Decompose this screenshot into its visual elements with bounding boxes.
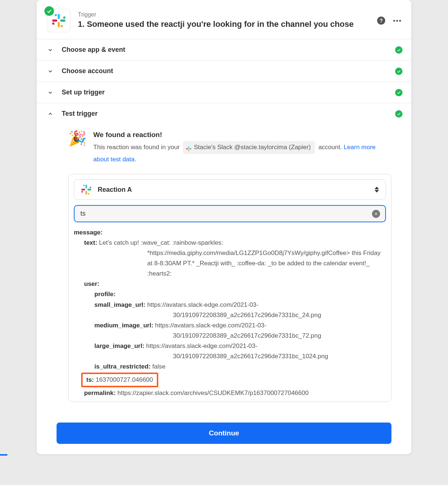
data-value: https://zapier.slack.com/archives/CSUDKE…: [118, 389, 309, 396]
chevron-up-icon: [47, 111, 54, 117]
chevron-down-icon: [47, 47, 54, 53]
trigger-card: Trigger 1. Someone used the reactji you'…: [37, 0, 411, 454]
svg-rect-18: [87, 189, 91, 191]
sort-icon: [375, 187, 379, 193]
trigger-header: Trigger 1. Someone used the reactji you'…: [37, 0, 411, 39]
svg-point-19: [90, 187, 91, 188]
data-value: https://avatars.slack-edge.com/2021-03-3…: [146, 342, 328, 360]
clear-icon[interactable]: [372, 210, 380, 218]
app-icon: [47, 9, 71, 32]
svg-rect-15: [186, 148, 188, 149]
svg-point-17: [83, 185, 85, 187]
data-value: https://avatars.slack-edge.com/2021-03-3…: [147, 301, 321, 319]
trigger-title: 1. Someone used the reactji you're looki…: [78, 19, 373, 30]
svg-point-21: [88, 193, 90, 195]
ts-highlight: ts: 1637000727.046600: [81, 373, 158, 387]
found-desc-prefix: This reaction was found in your: [93, 144, 180, 151]
check-icon: [395, 68, 402, 75]
step-setup-trigger[interactable]: Set up trigger: [37, 82, 411, 103]
svg-rect-20: [86, 191, 87, 195]
step-test-trigger[interactable]: Test trigger: [37, 103, 411, 124]
data-key: profile:: [94, 291, 116, 298]
data-value: Let's catch up! :wave_cat: :rainbow-spar…: [99, 239, 381, 277]
data-value: https://avatars.slack-edge.com/2021-03-3…: [155, 322, 321, 339]
svg-rect-5: [64, 17, 65, 18]
search-input[interactable]: [80, 209, 372, 218]
svg-rect-9: [52, 19, 57, 22]
step-choose-app[interactable]: Choose app & event: [37, 39, 411, 60]
step-choose-account[interactable]: Choose account: [37, 60, 411, 82]
step-title: Choose account: [62, 67, 113, 75]
svg-rect-14: [188, 150, 189, 152]
data-key: text:: [84, 239, 97, 246]
found-heading: We found a reaction!: [93, 131, 391, 139]
svg-point-23: [82, 191, 83, 193]
chevron-down-icon: [47, 68, 54, 74]
slack-icon: [81, 184, 92, 195]
data-key: medium_image_url:: [94, 322, 153, 329]
found-desc-suffix-1: account.: [318, 144, 342, 151]
sample-select[interactable]: Reaction A: [74, 179, 386, 200]
search-row: [74, 205, 386, 222]
step-title: Test trigger: [62, 110, 98, 118]
found-description: This reaction was found in your Stacie's…: [93, 141, 391, 165]
svg-rect-6: [58, 22, 60, 27]
slack-icon: [51, 13, 66, 28]
svg-rect-3: [60, 19, 65, 22]
account-tag[interactable]: Stacie's Slack @stacie.taylorcima (Zapie…: [183, 141, 315, 154]
svg-rect-0: [58, 14, 60, 19]
data-key: permalink:: [84, 389, 116, 396]
found-row: 🎉 We found a reaction! This reaction was…: [68, 131, 391, 165]
step-title: Choose app & event: [62, 46, 125, 54]
svg-rect-11: [53, 24, 54, 25]
sample-panel: Reaction A message: text: Let's catch up…: [68, 174, 391, 402]
help-icon[interactable]: ?: [377, 17, 385, 25]
svg-rect-13: [189, 148, 192, 149]
data-value: false: [152, 363, 166, 370]
bottom-accent: [0, 454, 7, 456]
svg-rect-12: [188, 146, 189, 148]
data-key: message:: [74, 229, 102, 236]
account-tag-label: Stacie's Slack @stacie.taylorcima (Zapie…: [194, 142, 311, 153]
svg-rect-16: [86, 185, 87, 189]
party-icon: 🎉: [68, 131, 87, 146]
data-key: user:: [84, 280, 100, 287]
data-display: message: text: Let's catch up! :wave_cat…: [74, 227, 386, 396]
more-icon[interactable]: [393, 20, 401, 22]
svg-rect-2: [55, 15, 56, 16]
step-title: Set up trigger: [62, 89, 105, 96]
data-key: ts:: [86, 376, 94, 383]
data-value: 1637000727.046600: [96, 376, 153, 383]
data-key: small_image_url:: [94, 301, 145, 308]
sample-select-label: Reaction A: [98, 186, 369, 194]
svg-rect-8: [62, 25, 63, 26]
check-icon: [395, 46, 402, 54]
check-icon: [395, 110, 402, 118]
data-key: is_ultra_restricted:: [94, 363, 151, 370]
trigger-label: Trigger: [78, 11, 373, 18]
svg-rect-22: [82, 189, 86, 191]
test-trigger-content: 🎉 We found a reaction! This reaction was…: [37, 124, 411, 412]
continue-button[interactable]: Continue: [57, 423, 391, 444]
found-desc-suffix-2: .: [134, 156, 136, 163]
chevron-down-icon: [47, 90, 54, 96]
data-key: large_image_url:: [94, 342, 144, 349]
check-icon: [395, 89, 402, 96]
slack-icon: [186, 144, 192, 150]
